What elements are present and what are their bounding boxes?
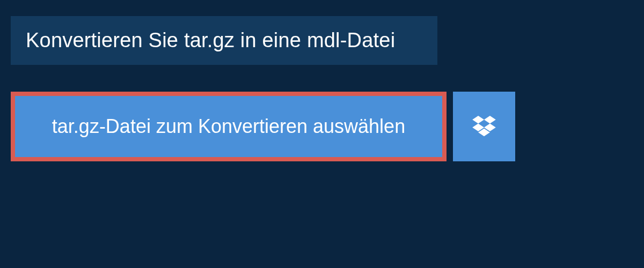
dropbox-icon	[472, 116, 496, 137]
select-file-button[interactable]: tar.gz-Datei zum Konvertieren auswählen	[11, 92, 447, 161]
button-row: tar.gz-Datei zum Konvertieren auswählen	[11, 92, 515, 161]
converter-panel: Konvertieren Sie tar.gz in eine mdl-Date…	[11, 16, 526, 161]
dropbox-button[interactable]	[453, 92, 515, 161]
header: Konvertieren Sie tar.gz in eine mdl-Date…	[11, 16, 437, 65]
page-title: Konvertieren Sie tar.gz in eine mdl-Date…	[26, 29, 422, 52]
